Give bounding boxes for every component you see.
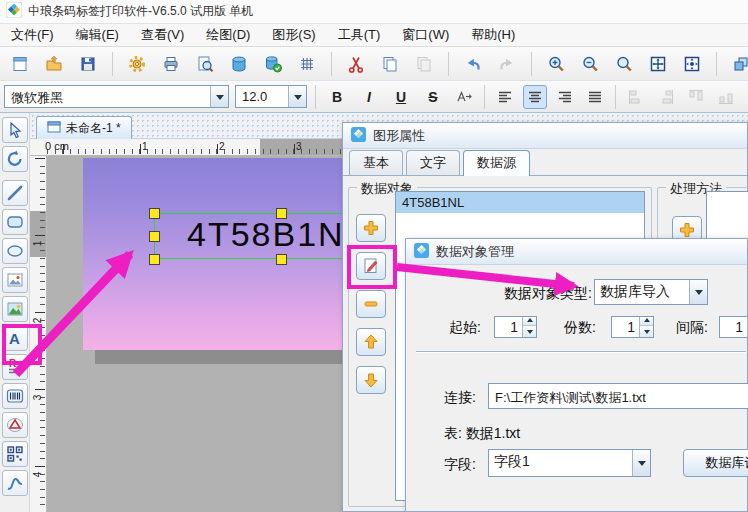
database-icon[interactable] (227, 52, 251, 76)
ellipse-tool-icon[interactable] (2, 238, 28, 264)
field-select[interactable]: 字段1 (488, 449, 651, 477)
align-center-icon[interactable] (523, 85, 547, 109)
text-tool-icon[interactable]: A (2, 325, 28, 351)
field-label: 字段: (444, 456, 476, 474)
align-left-icon[interactable] (493, 85, 517, 109)
resize-handle-top-center[interactable] (276, 208, 287, 219)
align-right-icon[interactable] (553, 85, 577, 109)
align-justify-icon[interactable] (583, 85, 607, 109)
barcode-tool-icon[interactable] (2, 383, 28, 409)
spinner-down-icon[interactable] (523, 326, 536, 337)
move-up-button[interactable] (356, 328, 386, 356)
spinner-up-icon[interactable] (523, 317, 536, 326)
chevron-down-icon[interactable] (689, 280, 707, 304)
rotate-tool-icon[interactable] (2, 146, 28, 172)
tab-basic[interactable]: 基本 (349, 150, 403, 175)
rounded-rect-tool-icon[interactable] (2, 209, 28, 235)
save-icon[interactable] (76, 52, 100, 76)
chevron-down-icon[interactable] (632, 450, 650, 476)
main-toolbar (0, 47, 748, 81)
line-tool-icon[interactable] (2, 180, 28, 206)
resize-handle-bottom-left[interactable] (149, 254, 160, 265)
image-tool-icon[interactable] (2, 267, 28, 293)
data-object-manager-dialog: 数据对象管理 数据对象类型: 数据库导入 起始: 1 份数: 1 间隔: 1 连… (405, 238, 748, 512)
italic-button[interactable]: I (356, 85, 382, 109)
cut-icon[interactable] (344, 52, 368, 76)
settings-gear-icon[interactable] (125, 52, 149, 76)
ruler-mark: 1 (32, 237, 43, 251)
font-size-select[interactable]: 12.0 (235, 85, 307, 108)
spinner-down-icon[interactable] (640, 326, 653, 337)
bold-button[interactable]: B (324, 85, 350, 109)
label-text[interactable]: 4T58B1NL (187, 215, 366, 254)
print-icon[interactable] (159, 52, 183, 76)
strikethrough-button[interactable]: S (420, 85, 446, 109)
qrcode-tool-icon[interactable] (2, 441, 28, 467)
new-document-icon[interactable] (8, 52, 32, 76)
resize-handle-top-left[interactable] (149, 208, 160, 219)
data-object-type-value: 数据库导入 (595, 280, 689, 304)
start-spinner[interactable]: 1 (494, 316, 537, 338)
menu-view[interactable]: 查看(V) (130, 24, 195, 46)
font-family-value: 微软雅黑 (5, 86, 210, 107)
resize-handle-mid-left[interactable] (149, 231, 160, 242)
add-data-object-button[interactable] (356, 214, 386, 242)
menu-help[interactable]: 帮助(H) (460, 24, 526, 46)
divider (416, 351, 746, 353)
manager-dialog-titlebar[interactable]: 数据对象管理 (406, 239, 747, 265)
field-value: 字段1 (489, 450, 632, 476)
edit-data-object-button[interactable] (356, 252, 386, 280)
manager-dialog-title: 数据对象管理 (436, 243, 514, 261)
zoom-icon[interactable] (612, 52, 636, 76)
tab-text[interactable]: 文字 (406, 150, 460, 175)
align-top-edges-icon (684, 85, 708, 109)
menu-shape[interactable]: 图形(S) (261, 24, 326, 46)
menu-file[interactable]: 文件(F) (0, 24, 65, 46)
properties-dialog-title: 图形属性 (373, 127, 425, 145)
letter-spacing-icon[interactable] (452, 85, 476, 109)
tab-datasource[interactable]: 数据源 (463, 150, 530, 176)
copy-icon[interactable] (378, 52, 402, 76)
zoom-out-icon[interactable] (578, 52, 602, 76)
menu-edit[interactable]: 编辑(E) (65, 24, 130, 46)
ruler-mark: 1 (142, 141, 148, 152)
vertical-ruler: 1 2 3 4 (30, 156, 47, 512)
bring-front-icon[interactable] (729, 52, 748, 76)
toolbar-separator (716, 52, 717, 76)
start-value: 1 (495, 317, 522, 337)
connection-path-field[interactable]: F:\工作资料\测试\数据1.txt (488, 383, 748, 409)
spinner-up-icon[interactable] (640, 317, 653, 326)
list-item[interactable]: 4T58B1NL (396, 192, 644, 213)
data-object-type-select[interactable]: 数据库导入 (594, 279, 708, 305)
resize-handle-bottom-center[interactable] (276, 254, 287, 265)
curve-tool-icon[interactable] (2, 470, 28, 496)
font-family-select[interactable]: 微软雅黑 (4, 85, 229, 108)
zoom-in-icon[interactable] (544, 52, 568, 76)
database-connect-icon[interactable] (261, 52, 285, 76)
shape-triangle-tool-icon[interactable] (2, 412, 28, 438)
interval-spinner[interactable]: 1 (719, 316, 748, 338)
select-tool-icon[interactable] (2, 117, 28, 143)
paste-icon (412, 52, 436, 76)
chevron-down-icon[interactable] (210, 86, 228, 107)
fit-window-icon[interactable] (646, 52, 670, 76)
properties-dialog-titlebar[interactable]: 图形属性 (343, 123, 747, 149)
window-title: 中琅条码标签打印软件-V6.5.0 试用版 单机 (28, 3, 253, 20)
move-down-button[interactable] (356, 366, 386, 394)
grid-icon[interactable] (295, 52, 319, 76)
underline-button[interactable]: U (388, 85, 414, 109)
picture-tool-icon[interactable] (2, 296, 28, 322)
database-settings-button[interactable]: 数据库设置 (683, 449, 748, 477)
open-icon[interactable] (42, 52, 66, 76)
document-tab[interactable]: 未命名-1 * (36, 116, 132, 139)
remove-data-object-button[interactable] (356, 290, 386, 318)
chevron-down-icon[interactable] (288, 86, 306, 107)
rich-text-tool-icon[interactable]: R (2, 354, 28, 380)
undo-icon[interactable] (461, 52, 485, 76)
print-preview-icon[interactable] (193, 52, 217, 76)
fit-selection-icon[interactable] (680, 52, 704, 76)
menu-window[interactable]: 窗口(W) (391, 24, 460, 46)
menu-draw[interactable]: 绘图(D) (195, 24, 261, 46)
menu-tools[interactable]: 工具(T) (327, 24, 392, 46)
copies-spinner[interactable]: 1 (611, 316, 654, 338)
